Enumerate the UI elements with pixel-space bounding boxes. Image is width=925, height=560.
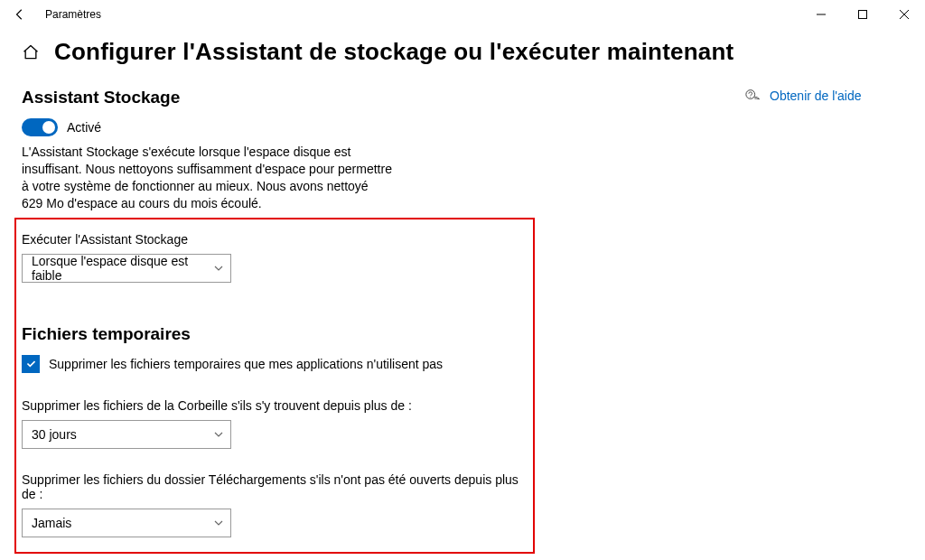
- toggle-knob: [42, 121, 55, 134]
- downloads-select[interactable]: Jamais: [22, 509, 231, 537]
- minimize-button[interactable]: [800, 0, 842, 29]
- storage-sense-toggle-label: Activé: [67, 120, 101, 135]
- window-title: Paramètres: [45, 8, 101, 21]
- content: Configurer l'Assistant de stockage ou l'…: [0, 29, 925, 560]
- run-storage-sense-select[interactable]: Lorsque l'espace disque est faible: [22, 254, 231, 283]
- get-help-link[interactable]: Obtenir de l'aide: [770, 89, 862, 103]
- delete-temp-checkbox-label: Supprimer les fichiers temporaires que m…: [49, 357, 443, 371]
- storage-sense-title: Assistant Stockage: [22, 88, 528, 107]
- delete-temp-checkbox[interactable]: [22, 355, 40, 373]
- titlebar: Paramètres: [0, 0, 925, 29]
- chevron-down-icon: [214, 429, 223, 440]
- temp-files-title: Fichiers temporaires: [22, 324, 528, 344]
- recycle-bin-label: Supprimer les fichiers de la Corbeille s…: [22, 398, 528, 413]
- svg-point-5: [750, 97, 751, 98]
- window-controls: [800, 0, 925, 29]
- highlighted-section: Exécuter l'Assistant Stockage Lorsque l'…: [14, 218, 535, 554]
- downloads-value: Jamais: [32, 516, 71, 530]
- get-help-row: Obtenir de l'aide: [744, 88, 903, 104]
- chevron-down-icon: [214, 263, 223, 274]
- home-icon[interactable]: [22, 43, 40, 61]
- recycle-bin-value: 30 jours: [32, 427, 77, 442]
- delete-temp-checkbox-row: Supprimer les fichiers temporaires que m…: [22, 355, 528, 373]
- chevron-down-icon: [214, 518, 223, 528]
- svg-rect-1: [859, 11, 867, 19]
- page-title: Configurer l'Assistant de stockage ou l'…: [54, 38, 733, 66]
- storage-sense-toggle-row: Activé: [22, 118, 528, 136]
- storage-sense-toggle[interactable]: [22, 118, 58, 136]
- run-storage-sense-value: Lorsque l'espace disque est faible: [32, 254, 214, 283]
- back-button[interactable]: [7, 2, 33, 27]
- close-button[interactable]: [883, 0, 925, 29]
- recycle-bin-select[interactable]: 30 jours: [22, 420, 231, 449]
- page-header: Configurer l'Assistant de stockage ou l'…: [22, 38, 903, 66]
- storage-sense-description: L'Assistant Stockage s'exécute lorsque l…: [22, 144, 392, 212]
- run-storage-sense-label: Exécuter l'Assistant Stockage: [22, 232, 528, 247]
- help-icon: [744, 88, 761, 104]
- maximize-button[interactable]: [842, 0, 883, 29]
- downloads-label: Supprimer les fichiers du dossier Téléch…: [22, 472, 528, 501]
